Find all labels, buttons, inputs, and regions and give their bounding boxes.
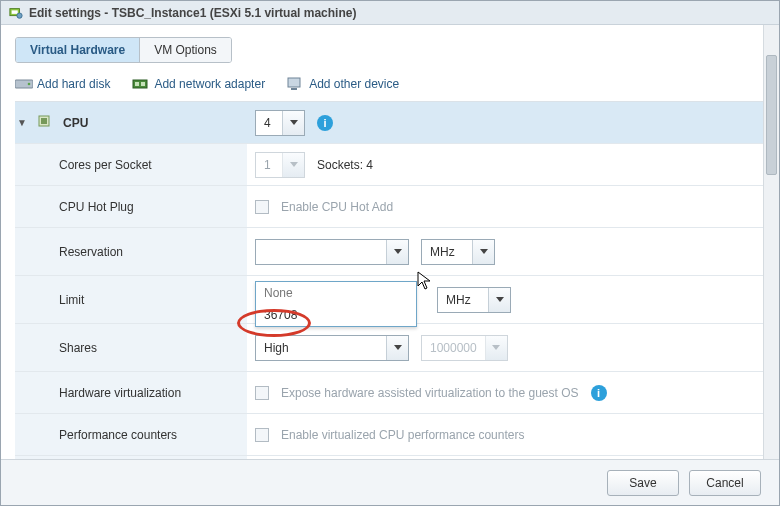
network-adapter-icon — [132, 77, 148, 91]
expose-hw-virt-checkbox — [255, 386, 269, 400]
tab-virtual-hardware[interactable]: Virtual Hardware — [16, 38, 140, 62]
svg-rect-11 — [41, 118, 47, 124]
other-device-icon — [287, 77, 303, 91]
performance-counters-row: Performance counters Enable virtualized … — [15, 414, 765, 456]
cpu-count-caret[interactable] — [282, 111, 304, 135]
info-icon[interactable]: i — [317, 115, 333, 131]
add-network-adapter-label: Add network adapter — [154, 77, 265, 91]
cpu-icon — [37, 114, 51, 131]
dialog-window: Edit settings - TSBC_Instance1 (ESXi 5.1… — [0, 0, 780, 506]
reservation-label: Reservation — [15, 228, 247, 275]
perf-counters-text: Enable virtualized CPU performance count… — [281, 428, 524, 442]
cpu-count-select[interactable]: 4 — [255, 110, 305, 136]
add-hard-disk-label: Add hard disk — [37, 77, 110, 91]
cpu-section-row[interactable]: ▼ CPU 4 i — [15, 102, 765, 144]
window-title: Edit settings - TSBC_Instance1 (ESXi 5.1… — [29, 6, 356, 20]
hardware-virtualization-label: Hardware virtualization — [15, 372, 247, 413]
cpu-hot-add-checkbox — [255, 200, 269, 214]
cancel-button[interactable]: Cancel — [689, 470, 761, 496]
settings-grid: ▼ CPU 4 i Cores per Socket — [15, 101, 765, 459]
cpu-label: CPU — [63, 116, 88, 130]
reservation-row: Reservation MHz — [15, 228, 765, 276]
tab-bar: Virtual Hardware VM Options — [15, 37, 232, 63]
cores-per-socket-label: Cores per Socket — [15, 144, 247, 185]
svg-rect-9 — [291, 88, 297, 90]
add-network-adapter-button[interactable]: Add network adapter — [132, 77, 265, 91]
svg-rect-8 — [288, 78, 300, 87]
svg-point-2 — [17, 13, 22, 18]
svg-rect-1 — [12, 10, 18, 14]
cpu-hot-add-text: Enable CPU Hot Add — [281, 200, 393, 214]
scrollbar-thumb[interactable] — [766, 55, 777, 175]
add-other-device-button[interactable]: Add other device — [287, 77, 399, 91]
titlebar: Edit settings - TSBC_Instance1 (ESXi 5.1… — [1, 1, 779, 25]
hard-disk-icon — [15, 77, 31, 91]
expose-hw-virt-text: Expose hardware assisted virtualization … — [281, 386, 579, 400]
limit-unit-select[interactable]: MHz — [437, 287, 511, 313]
info-icon[interactable]: i — [591, 385, 607, 401]
shares-custom-input: 1000000 — [421, 335, 508, 361]
svg-rect-6 — [135, 82, 139, 86]
dialog-footer: Save Cancel — [1, 459, 779, 505]
add-hard-disk-button[interactable]: Add hard disk — [15, 77, 110, 91]
chevron-down-icon[interactable]: ▼ — [17, 117, 27, 128]
reservation-caret[interactable] — [386, 240, 408, 264]
shares-row: Shares High 1000000 — [15, 324, 765, 372]
shares-label: Shares — [15, 324, 247, 371]
reservation-select[interactable] — [255, 239, 409, 265]
save-button[interactable]: Save — [607, 470, 679, 496]
add-other-device-label: Add other device — [309, 77, 399, 91]
vm-settings-icon — [9, 6, 23, 20]
perf-counters-checkbox — [255, 428, 269, 442]
reservation-option-none[interactable]: None — [256, 282, 416, 304]
svg-point-4 — [28, 83, 31, 86]
cores-per-socket-select: 1 — [255, 152, 305, 178]
cores-per-socket-row: Cores per Socket 1 Sockets: 4 — [15, 144, 765, 186]
svg-rect-7 — [141, 82, 145, 86]
reservation-option-36708[interactable]: 36708 — [256, 304, 416, 326]
toolbar: Add hard disk Add network adapter Add ot… — [15, 77, 765, 91]
shares-select[interactable]: High — [255, 335, 409, 361]
cpu-hot-plug-label: CPU Hot Plug — [15, 186, 247, 227]
limit-label: Limit — [15, 276, 247, 323]
sockets-readout: Sockets: 4 — [317, 158, 373, 172]
vertical-scrollbar[interactable] — [763, 25, 779, 459]
dialog-body: Virtual Hardware VM Options Add hard dis… — [1, 25, 779, 459]
performance-counters-label: Performance counters — [15, 414, 247, 455]
tab-vm-options[interactable]: VM Options — [140, 38, 231, 62]
reservation-dropdown-list[interactable]: None 36708 — [255, 281, 417, 327]
cpu-hot-plug-row: CPU Hot Plug Enable CPU Hot Add — [15, 186, 765, 228]
reservation-unit-select[interactable]: MHz — [421, 239, 495, 265]
hardware-virtualization-row: Hardware virtualization Expose hardware … — [15, 372, 765, 414]
